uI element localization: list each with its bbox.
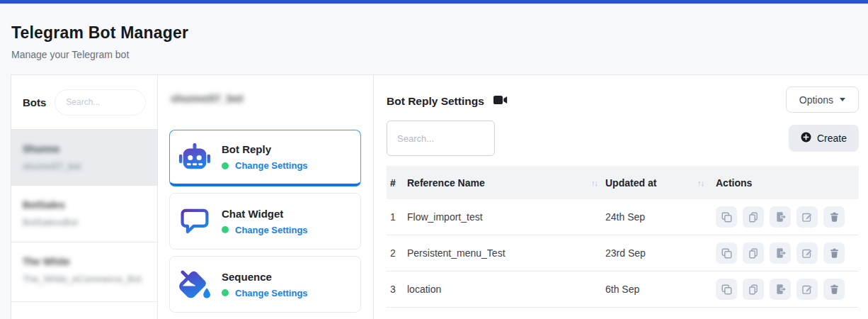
sort-icon[interactable]: ↑↓ [697,179,716,187]
bot-username-blurred: The_White_eCommerce_Bot [23,274,146,284]
row-updated-at: 6th Sep [605,284,697,295]
page-title: Telegram Bot Manager [11,23,857,43]
bots-panel-header: Bots [11,75,157,130]
main-card: Bots Shunno shunno57_bot BotSales BotSal… [11,74,868,319]
bots-panel: Bots Shunno shunno57_bot BotSales BotSal… [11,75,158,319]
chevron-down-icon [840,98,845,101]
sort-icon[interactable]: ↑↓ [591,179,605,187]
status-dot [222,162,229,169]
card-title: Chat Widget [222,208,308,220]
status-dot [222,289,229,296]
change-settings-link[interactable]: Change Settings [235,288,308,298]
clone-icon[interactable] [716,279,737,300]
delete-icon[interactable] [823,206,845,228]
col-actions: Actions [716,177,859,189]
page-header: Telegram Bot Manager Manage your Telegra… [0,4,868,74]
col-num: # [390,177,407,189]
paint-fill-icon [178,268,211,301]
edit-icon[interactable] [796,206,818,228]
chat-bubble-icon [178,205,211,237]
bot-name-blurred: The White [23,256,146,267]
replies-table: # Reference Name ↑↓ Updated at ↑↓ Action… [387,166,859,308]
page-subtitle: Manage your Telegram bot [11,49,857,60]
row-updated-at: 24th Sep [605,211,697,223]
change-settings-link[interactable]: Change Settings [235,225,308,235]
copy-icon[interactable] [743,206,764,228]
bot-detail-panel: shunno57_bot [158,75,374,319]
table-header-row: # Reference Name ↑↓ Updated at ↑↓ Action… [387,166,859,199]
robot-icon [178,141,211,174]
bot-reply-settings-panel: Bot Reply Settings Options [374,75,868,319]
table-row: 2 Persistent_menu_Test 23rd Sep [387,235,859,272]
plus-circle-icon [801,132,811,145]
clone-icon[interactable] [716,206,737,228]
bots-panel-title: Bots [23,96,46,108]
create-button[interactable]: Create [789,125,859,152]
row-updated-at: 23rd Sep [605,247,697,259]
export-icon[interactable] [770,242,791,264]
bot-name-blurred: BotSales [23,199,146,211]
export-icon[interactable] [770,206,791,228]
bot-list-item[interactable]: Shunno shunno57_bot [11,130,157,186]
copy-icon[interactable] [743,242,764,264]
edit-icon[interactable] [796,242,818,264]
feature-card-chat-widget[interactable]: Chat Widget Change Settings [169,193,361,250]
bot-list-item[interactable]: The White The_White_eCommerce_Bot [11,242,157,302]
feature-card-bot-reply[interactable]: Bot Reply Change Settings [169,130,361,186]
row-num: 3 [390,284,407,295]
row-num: 2 [390,247,407,259]
card-title: Sequence [222,271,308,283]
row-reference-name: Flow_import_test [407,211,591,223]
selected-bot-title-blurred: shunno57_bot [171,92,361,104]
feature-card-sequence[interactable]: Sequence Change Settings [169,256,361,313]
card-title: Bot Reply [222,143,308,155]
bot-username-blurred: shunno57_bot [23,161,146,172]
bot-list-item[interactable]: BotSales BotSalesxBot [11,186,157,242]
table-row: 3 location 6th Sep [387,272,859,308]
bots-search-input[interactable] [55,89,146,116]
col-updated-at[interactable]: Updated at [605,177,697,189]
replies-search-input[interactable] [387,121,495,156]
row-reference-name: Persistent_menu_Test [407,247,591,259]
bot-username-blurred: BotSalesxBot [23,217,146,228]
delete-icon[interactable] [823,279,845,300]
bot-list-item-partial[interactable] [11,302,157,316]
options-button[interactable]: Options [786,86,859,113]
status-dot [222,226,229,233]
col-reference-name[interactable]: Reference Name [407,177,591,189]
bot-name-blurred: Shunno [23,143,146,155]
row-reference-name: location [407,284,591,295]
copy-icon[interactable] [743,279,764,300]
video-camera-icon[interactable] [493,95,508,108]
change-settings-link[interactable]: Change Settings [235,160,308,171]
row-num: 1 [390,211,407,223]
delete-icon[interactable] [823,242,845,264]
export-icon[interactable] [770,279,791,300]
settings-panel-title: Bot Reply Settings [387,95,484,108]
table-row: 1 Flow_import_test 24th Sep [387,199,859,235]
clone-icon[interactable] [716,242,737,264]
edit-icon[interactable] [796,279,818,300]
